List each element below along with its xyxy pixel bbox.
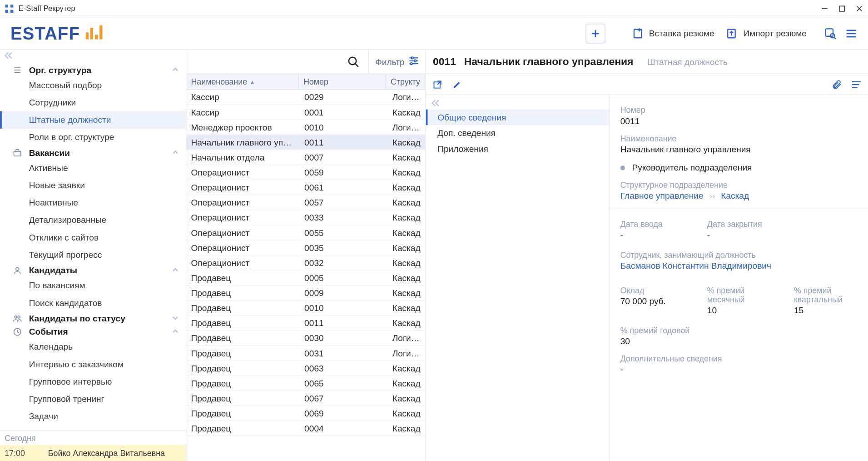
table-row[interactable]: Продавец0069Каскад [186,406,425,421]
sidebar-item[interactable]: Штатные должности [0,111,186,129]
detail-tab[interactable]: Приложения [426,141,610,156]
label-bonus-month: % премий месячный [707,286,771,304]
cell-struct: Логисти [388,120,426,135]
sidebar-item[interactable]: Активные [0,159,186,176]
detail-menu-icon[interactable] [851,79,862,90]
cell-number: 0057 [300,195,388,210]
cell-number: 0030 [300,331,388,345]
edit-icon[interactable] [451,79,463,90]
table-row[interactable]: Продавец0065Каскад [186,376,425,391]
cell-number: 0007 [300,150,388,165]
table-row[interactable]: Начальник главного управле0011Каскад [186,135,425,150]
insert-resume-button[interactable]: Вставка резюме [626,24,720,43]
people-group-icon [13,314,23,323]
table-row[interactable]: Операционист0061Каскад [186,180,425,195]
detail-tab[interactable]: Общие сведения [426,110,610,125]
table-row[interactable]: Операционист0035Каскад [186,241,425,256]
table-row[interactable]: Операционист0059Каскад [186,165,425,180]
sidebar-group-label: Кандидаты по статусу [29,313,125,323]
sidebar-item[interactable]: Массовый подбор [0,76,186,94]
sidebar-item[interactable]: Детализированные [0,211,186,229]
sidebar-item[interactable]: Групповое интервью [0,373,186,390]
search-records-icon[interactable] [824,27,837,40]
table-row[interactable]: Продавец0004Каскад [186,421,425,436]
import-resume-button[interactable]: Импорт резюме [720,24,812,43]
detail-panel: 0011 Начальник главного управления Штатн… [426,50,868,461]
sidebar-item[interactable]: Отклики с сайтов [0,229,186,246]
cell-struct: Каскад [388,210,426,225]
svg-rect-0 [5,5,8,7]
filter-button[interactable]: Фильтр [368,50,422,74]
insert-resume-icon [632,27,645,40]
svg-rect-28 [14,151,21,155]
sidebar-collapse-button[interactable] [0,50,186,63]
detail-tab[interactable]: Доп. сведения [426,125,610,140]
table-row[interactable]: Начальник отдела0007Каскад [186,150,425,165]
struct-link-1[interactable]: Главное управление [620,190,704,200]
sidebar-item[interactable]: По вакансиям [0,277,186,294]
table-row[interactable]: Продавец0067Каскад [186,391,425,406]
titlebar: E-Staff Рекрутер [0,0,868,17]
table-row[interactable]: Продавец0009Каскад [186,286,425,301]
table-row[interactable]: Кассир0029Логисти [186,90,425,105]
table-row[interactable]: Продавец0031Логисти [186,346,425,361]
cell-name: Продавец [186,286,300,300]
table-row[interactable]: Операционист0033Каскад [186,210,425,225]
table-row[interactable]: Операционист0057Каскад [186,195,425,210]
cell-number: 0004 [300,421,388,436]
sidebar-group[interactable]: Кандидаты по статусу [0,311,186,325]
column-header-struct[interactable]: Структу [386,74,426,89]
attachment-icon[interactable] [831,79,842,90]
table-row[interactable]: Продавец0010Каскад [186,301,425,316]
sidebar-item[interactable]: Групповой тренинг [0,391,186,408]
sidebar-item[interactable]: Задачи [0,408,186,425]
today-event-row[interactable]: 17:00 Бойко Александра Витальевна [0,445,186,461]
table-row[interactable]: Продавец0005Каскад [186,271,425,286]
cell-name: Продавец [186,271,300,285]
window-maximize-button[interactable] [838,5,846,13]
svg-rect-3 [10,10,13,12]
sidebar-group[interactable]: Вакансии [0,146,186,159]
label-name: Наименование [620,134,858,143]
window-minimize-button[interactable] [821,5,829,13]
column-header-number[interactable]: Номер [299,74,386,89]
sidebar-group[interactable]: Орг. структура [0,63,186,76]
sidebar-item[interactable]: Текущий прогресс [0,246,186,263]
table-row[interactable]: Продавец0011Каскад [186,316,425,331]
filter-icon [408,55,419,68]
cell-name: Начальник главного управле [186,135,300,150]
struct-link-2[interactable]: Каскад [721,190,749,200]
open-external-icon[interactable] [432,79,443,90]
column-header-name[interactable]: Наименование ▲ [186,74,299,89]
cell-name: Продавец [186,301,300,315]
app-icon [5,4,14,13]
table-row[interactable]: Продавец0030Логисти [186,331,425,346]
cell-struct: Каскад [388,241,426,255]
cell-name: Продавец [186,406,300,421]
search-icon[interactable] [347,55,360,68]
table-row[interactable]: Операционист0032Каскад [186,256,425,271]
hamburger-menu-icon[interactable] [845,27,858,40]
employee-link[interactable]: Басманов Константин Владимирович [620,261,771,271]
table-row[interactable]: Кассир0001Каскад [186,105,425,120]
sidebar-item[interactable]: Сотрудники [0,94,186,111]
sidebar-item[interactable]: Календарь [0,338,186,356]
sidebar-item[interactable]: Новые заявки [0,177,186,194]
value-employee: Басманов Константин Владимирович [620,261,858,271]
table-row[interactable]: Менеджер проектов0010Логисти [186,120,425,135]
detail-tabs-collapse-button[interactable] [426,99,610,110]
sidebar-group[interactable]: Кандидаты [0,264,186,277]
sidebar-group[interactable]: События [0,325,186,338]
svg-rect-19 [826,29,833,36]
sidebar-item[interactable]: Неактивные [0,194,186,211]
detail-content: Номер 0011 Наименование Начальник главно… [610,95,868,461]
cell-name: Кассир [186,90,300,104]
add-button[interactable] [585,24,605,43]
value-bonus-month: 10 [707,305,771,315]
sidebar-item[interactable]: Роли в орг. структуре [0,129,186,146]
window-close-button[interactable] [855,5,863,13]
table-row[interactable]: Операционист0055Каскад [186,225,425,241]
sidebar-item[interactable]: Интервью с заказчиком [0,356,186,373]
sidebar-item[interactable]: Поиск кандидатов [0,294,186,311]
table-row[interactable]: Продавец0063Каскад [186,361,425,376]
